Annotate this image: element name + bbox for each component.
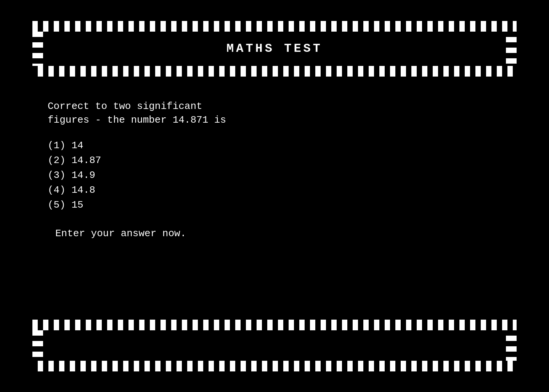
option-2-label: (2) bbox=[48, 155, 71, 166]
answer-checker-left bbox=[32, 330, 43, 361]
title-checker-left bbox=[32, 32, 43, 66]
list-item[interactable]: (4) 14.8 bbox=[48, 183, 501, 198]
question-line2: figures - the number 14.871 is bbox=[48, 114, 226, 126]
option-2-value: 14.87 bbox=[71, 155, 101, 166]
answer-box bbox=[32, 320, 517, 371]
prompt-text: Enter your answer now. bbox=[55, 228, 501, 239]
answer-checker-bottom bbox=[32, 361, 517, 371]
answer-input[interactable] bbox=[51, 340, 494, 351]
options-list: (1) 14 (2) 14.87 (3) 14.9 (4) 14.8 (5) 1… bbox=[48, 138, 501, 213]
title-checker-right bbox=[506, 32, 517, 66]
answer-inner[interactable] bbox=[43, 330, 506, 361]
option-1-value: 14 bbox=[71, 140, 83, 151]
list-item[interactable]: (5) 15 bbox=[48, 198, 501, 213]
title-text: MATHS TEST bbox=[226, 42, 323, 56]
list-item[interactable]: (2) 14.87 bbox=[48, 153, 501, 168]
question-line1: Correct to two significant bbox=[48, 101, 202, 112]
title-checker-bottom bbox=[32, 66, 517, 77]
option-3-label: (3) bbox=[48, 170, 71, 181]
answer-checker-top bbox=[32, 320, 517, 330]
option-5-value: 15 bbox=[71, 199, 83, 211]
screen: MATHS TEST Correct to two significant fi… bbox=[25, 13, 524, 379]
list-item[interactable]: (1) 14 bbox=[48, 138, 501, 153]
main-content: Correct to two significant figures - the… bbox=[32, 92, 517, 320]
title-box: MATHS TEST bbox=[32, 21, 517, 77]
option-3-value: 14.9 bbox=[71, 170, 95, 181]
title-checker-top bbox=[32, 21, 517, 32]
option-1-label: (1) bbox=[48, 140, 71, 151]
option-4-value: 14.8 bbox=[71, 184, 95, 196]
question-text: Correct to two significant figures - the… bbox=[48, 99, 501, 127]
option-5-label: (5) bbox=[48, 199, 71, 211]
option-4-label: (4) bbox=[48, 184, 71, 196]
title-inner: MATHS TEST bbox=[43, 32, 506, 66]
answer-checker-right bbox=[506, 330, 517, 361]
list-item[interactable]: (3) 14.9 bbox=[48, 168, 501, 183]
